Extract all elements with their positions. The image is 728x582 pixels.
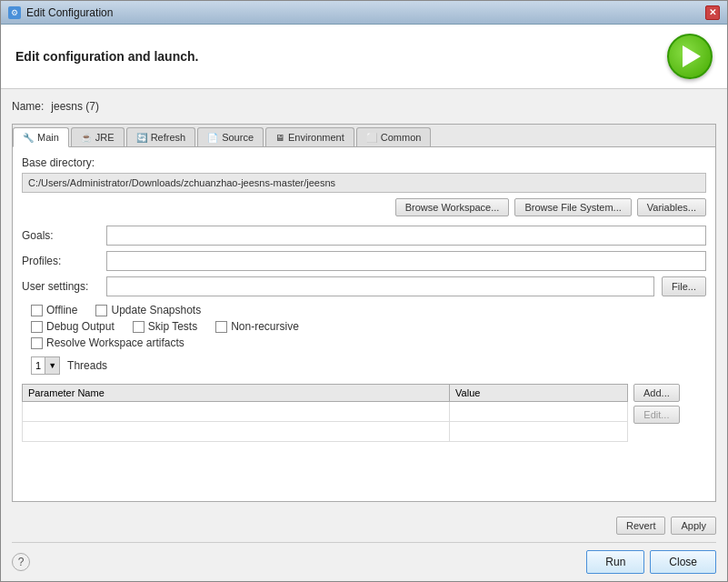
resolve-workspace-label: Resolve Workspace artifacts	[46, 336, 184, 349]
resolve-workspace-checkbox[interactable]	[31, 337, 43, 349]
base-dir-button-row: Browse Workspace... Browse File System..…	[22, 198, 706, 216]
tab-jre[interactable]: ☕ JRE	[71, 127, 125, 146]
profiles-label: Profiles:	[22, 255, 99, 267]
jre-tab-icon: ☕	[81, 133, 92, 143]
profiles-row: Profiles:	[22, 251, 706, 271]
name-row: Name: jeesns (7)	[12, 96, 716, 116]
run-button[interactable]: Run	[586, 550, 644, 574]
tab-environment[interactable]: 🖥 Environment	[265, 127, 354, 146]
revert-apply-row: Revert Apply	[12, 517, 716, 535]
tab-content-main: Base directory: C:/Users/Administrator/D…	[13, 147, 715, 501]
threads-row: 1 ▼ Threads	[22, 356, 706, 375]
user-settings-label: User settings:	[22, 280, 99, 293]
refresh-tab-icon: 🔄	[136, 133, 147, 143]
offline-checkbox[interactable]	[31, 305, 43, 316]
offline-checkbox-item[interactable]: Offline	[31, 304, 77, 316]
tabs-bar: 🔧 Main ☕ JRE 🔄 Refresh 📄 Source 🖥	[13, 125, 715, 147]
goals-row: Goals:	[22, 226, 706, 246]
browse-workspace-button[interactable]: Browse Workspace...	[395, 198, 510, 216]
tab-jre-label: JRE	[95, 132, 115, 143]
run-close-group: Run Close	[586, 550, 716, 574]
name-label: Name:	[12, 100, 44, 113]
tab-common-label: Common	[381, 132, 422, 143]
environment-tab-icon: 🖥	[275, 133, 284, 143]
user-settings-row: User settings: File...	[22, 276, 706, 296]
non-recursive-checkbox[interactable]	[215, 321, 227, 333]
param-value-column-header: Value	[450, 385, 628, 402]
param-name-cell	[23, 422, 450, 442]
window: ⚙ Edit Configuration ✕ Edit configuratio…	[0, 0, 728, 582]
threads-select[interactable]: 1 ▼	[31, 356, 60, 375]
debug-output-label: Debug Output	[46, 320, 115, 333]
non-recursive-checkbox-item[interactable]: Non-recursive	[215, 320, 299, 333]
close-button[interactable]: Close	[650, 550, 716, 574]
main-tab-icon: 🔧	[23, 133, 34, 143]
threads-value: 1	[32, 360, 45, 371]
profiles-input[interactable]	[106, 251, 706, 271]
window-icon: ⚙	[8, 6, 21, 19]
add-button[interactable]: Add...	[633, 384, 680, 402]
common-tab-icon: ⬜	[366, 133, 377, 143]
debug-output-checkbox-item[interactable]: Debug Output	[31, 320, 115, 333]
tab-source[interactable]: 📄 Source	[197, 127, 264, 146]
goals-label: Goals:	[22, 229, 99, 242]
table-row	[23, 422, 628, 442]
help-icon[interactable]: ?	[12, 553, 30, 571]
apply-button[interactable]: Apply	[671, 517, 716, 535]
tab-main-label: Main	[37, 132, 59, 143]
source-tab-icon: 📄	[207, 133, 218, 143]
update-snapshots-label: Update Snapshots	[111, 304, 201, 316]
title-bar-left: ⚙ Edit Configuration	[8, 6, 113, 19]
run-triangle-icon	[683, 45, 701, 67]
window-title: Edit Configuration	[26, 6, 113, 19]
update-snapshots-checkbox-item[interactable]: Update Snapshots	[95, 304, 201, 316]
footer-area: Revert Apply ? Run Close	[1, 509, 727, 581]
debug-output-checkbox[interactable]	[31, 321, 43, 333]
variables-button[interactable]: Variables...	[637, 198, 706, 216]
offline-label: Offline	[46, 304, 77, 316]
threads-dropdown-icon[interactable]: ▼	[45, 357, 59, 374]
file-button[interactable]: File...	[662, 276, 706, 296]
threads-label: Threads	[67, 359, 107, 372]
checkbox-row-1: Offline Update Snapshots	[22, 304, 706, 316]
content-area: Name: jeesns (7) 🔧 Main ☕ JRE 🔄 Refresh	[1, 89, 727, 509]
skip-tests-checkbox-item[interactable]: Skip Tests	[133, 320, 197, 333]
param-table: Parameter Name Value	[22, 384, 628, 442]
run-launch-button[interactable]	[667, 34, 713, 79]
param-table-buttons: Add... Edit...	[633, 384, 680, 446]
update-snapshots-checkbox[interactable]	[95, 305, 107, 316]
checkbox-row-2: Debug Output Skip Tests Non-recursive	[22, 320, 706, 333]
param-value-cell	[450, 422, 628, 442]
tab-refresh-label: Refresh	[151, 132, 186, 143]
edit-button[interactable]: Edit...	[633, 406, 680, 424]
checkbox-row-3: Resolve Workspace artifacts	[22, 336, 706, 349]
name-value: jeesns (7)	[51, 100, 99, 113]
tab-environment-label: Environment	[288, 132, 344, 143]
tab-main[interactable]: 🔧 Main	[13, 127, 69, 147]
goals-input[interactable]	[106, 226, 706, 246]
skip-tests-checkbox[interactable]	[133, 321, 145, 333]
title-bar: ⚙ Edit Configuration ✕	[1, 1, 727, 25]
table-row	[23, 402, 628, 422]
param-value-cell	[450, 402, 628, 422]
param-table-wrapper: Parameter Name Value	[22, 384, 692, 446]
tab-common[interactable]: ⬜ Common	[356, 127, 432, 146]
base-directory-label: Base directory:	[22, 156, 706, 169]
header-area: Edit configuration and launch.	[1, 25, 727, 89]
header-title: Edit configuration and launch.	[15, 49, 198, 64]
resolve-workspace-checkbox-item[interactable]: Resolve Workspace artifacts	[31, 336, 184, 349]
non-recursive-label: Non-recursive	[231, 320, 299, 333]
param-name-column-header: Parameter Name	[23, 385, 450, 402]
browse-filesystem-button[interactable]: Browse File System...	[514, 198, 631, 216]
skip-tests-label: Skip Tests	[148, 320, 197, 333]
param-name-cell	[23, 402, 450, 422]
close-button[interactable]: ✕	[705, 5, 720, 20]
bottom-btn-row: ? Run Close	[12, 542, 716, 574]
tabs-container: 🔧 Main ☕ JRE 🔄 Refresh 📄 Source 🖥	[12, 124, 716, 502]
base-directory-value: C:/Users/Administrator/Downloads/zchuanz…	[22, 173, 706, 193]
user-settings-input[interactable]	[106, 276, 654, 296]
tab-source-label: Source	[222, 132, 254, 143]
checkboxes-area: Offline Update Snapshots Debug Output	[22, 304, 706, 349]
revert-button[interactable]: Revert	[616, 517, 665, 535]
tab-refresh[interactable]: 🔄 Refresh	[126, 127, 196, 146]
